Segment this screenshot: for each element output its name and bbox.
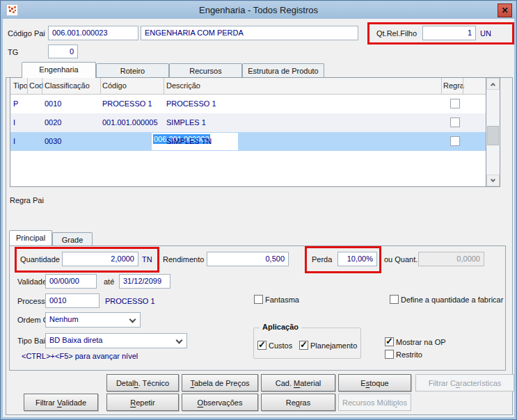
custos-label: Custos [269,341,292,350]
restrito-label: Restrito [396,350,422,359]
codigo-pai-label: Código Pai [8,29,45,38]
custos-checkbox[interactable]: ✓ Custos [257,341,292,350]
cell-tipo: I [13,118,15,127]
estoque-button[interactable]: Estoque [338,374,411,391]
tab-roteiro[interactable]: Roteiro [96,63,169,78]
filtrar-validade-button[interactable]: Filtrar Validade [24,394,98,411]
ate-label: até [104,277,114,286]
ordem-op-value: Nenhum [49,315,79,323]
col-descricao[interactable]: Descrição [166,81,200,90]
col-classificacao[interactable]: Classificação [45,81,90,90]
scroll-up-button[interactable] [486,78,500,90]
cell-classificacao: 0010 [45,99,61,108]
codigo-pai-code-field[interactable]: 006.001.000023 [48,26,138,40]
filtrar-caracteristicas-button: Filtrar Características [415,374,514,391]
tabela-de-precos-button[interactable]: Tabela de Preços [182,374,258,391]
cell-descricao: SIMPLES 1 [166,118,206,127]
tipo-baixa-value: BD Baixa direta [49,336,102,344]
repetir-button[interactable]: Repetir [106,394,179,411]
perda-field[interactable]: 10,00% [337,252,377,266]
qt-rel-filho-field[interactable]: 1 [422,26,476,40]
tab-principal[interactable]: Principal [9,230,52,245]
validade-to-field[interactable]: 31/12/2099 [119,274,170,289]
ou-quant-label: ou Quant. [384,255,417,264]
cell-tipo: I [13,137,15,145]
cell-descricao: SIMPLES TN [166,137,212,145]
regras-button[interactable]: Regras [261,394,335,411]
perda-label: Perda [312,255,332,264]
close-button[interactable]: ✕ [498,3,512,17]
validade-from-field[interactable]: 00/00/00 [45,274,97,289]
planejamento-checkbox[interactable]: ✓ Planejamento [299,341,357,350]
ctrl-f5-hint: <CTRL>+<F5> para avançar nível [22,352,138,360]
cell-descricao: PROCESSO 1 [166,99,216,108]
window-title: Engenharia - Todos Registros [1,5,516,15]
table-scrollbar[interactable] [486,78,500,186]
tab-recursos[interactable]: Recursos [169,63,242,78]
chevron-down-icon [129,316,136,323]
rendimento-label: Rendimento [163,255,204,264]
ou-quant-field: 0,0000 [418,252,484,266]
codigo-pai-desc-field[interactable]: ENGENHARIA COM PERDA [141,26,358,40]
table-row-selected[interactable]: I 0030 006.001.000003 SIMPLES TN [10,132,486,151]
processo-label: Processo [17,297,49,305]
processo-field[interactable]: 0010 [45,293,100,308]
detalh-tecnico-button[interactable]: Detalh. Técnico [106,374,179,391]
qt-rel-filho-unit: UN [480,29,491,38]
fantasma-checkbox[interactable]: ✓ Fantasma [254,295,299,304]
quantidade-label: Quantidade [20,255,60,264]
tg-field[interactable]: 0 [48,45,78,58]
define-quantidade-label: Define a quantidade a fabricar [401,296,503,304]
cell-tipo: P [13,99,18,108]
regra-pai-label: Regra Pai [10,196,44,204]
tab-engenharia[interactable]: Engenharia [22,62,96,78]
tab-grade[interactable]: Grade [52,232,93,245]
ordem-op-select[interactable]: Nenhum [45,312,141,328]
tipo-baixa-select[interactable]: BD Baixa direta [45,333,187,348]
define-quantidade-checkbox[interactable]: ✓ Define a quantidade a fabricar [390,295,503,304]
planejamento-label: Planejamento [310,341,357,350]
cad-material-button[interactable]: Cad. Material [261,374,335,391]
observacoes-button[interactable]: Observações [182,394,258,411]
chevron-down-icon [176,337,183,344]
regra-checkbox[interactable] [450,136,460,146]
title-bar: Engenharia - Todos Registros ✕ [1,1,516,19]
cell-codigo: PROCESSO 1 [102,99,152,108]
tg-label: TG [8,48,18,56]
cell-classificacao: 0030 [45,137,61,145]
quantidade-field[interactable]: 2,0000 [62,252,138,266]
mostrar-na-op-checkbox[interactable]: ✓ Mostrar na OP [385,337,446,346]
fantasma-label: Fantasma [265,296,299,304]
regra-checkbox[interactable] [450,118,460,127]
scroll-down-button[interactable] [486,175,500,186]
qt-rel-filho-label: Qt.Rel.Filho [376,29,417,38]
validade-label: Validade [17,277,47,286]
tab-estrutura-de-produto[interactable]: Estrutura de Produto [242,63,324,78]
rendimento-field[interactable]: 0,500 [207,252,289,266]
cell-classificacao: 0020 [45,118,61,127]
col-tipo[interactable]: Tipo [13,81,28,90]
regra-checkbox[interactable] [450,99,460,108]
mostrar-na-op-label: Mostrar na OP [396,338,446,346]
quantidade-unit: TN [142,255,152,264]
table-row[interactable]: P 0010 PROCESSO 1 PROCESSO 1 [10,95,486,113]
col-regra[interactable]: Regra [443,81,464,90]
processo-desc: PROCESSO 1 [105,297,155,305]
components-table: Tipo Cod Classificação Código Descrição … [10,77,500,187]
cell-codigo: 001.001.000005 [102,118,158,127]
recursos-multiplos-button: Recursos Múltiplos [338,394,411,411]
restrito-checkbox[interactable]: ✓ Restrito [385,350,422,359]
table-header: Tipo Cod Classificação Código Descrição … [10,78,486,95]
table-row[interactable]: I 0020 001.001.000005 SIMPLES 1 [10,113,486,132]
aplicacao-label: Aplicação [260,323,301,331]
engenharia-window: Engenharia - Todos Registros ✕ Código Pa… [0,0,517,420]
scroll-thumb[interactable] [487,126,499,145]
col-codigo[interactable]: Código [102,81,127,90]
